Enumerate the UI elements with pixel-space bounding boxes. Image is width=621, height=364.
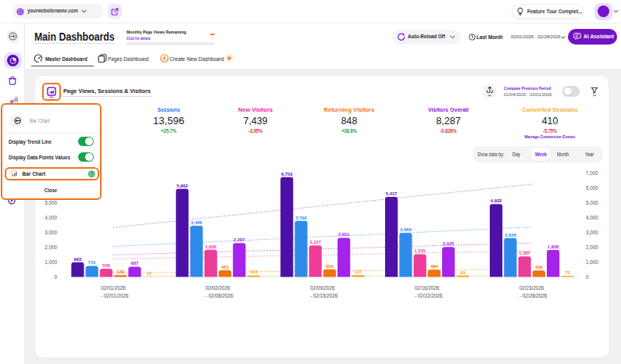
svg-text:494: 494 (430, 264, 438, 269)
svg-text:02/02/2026: 02/02/2026 (205, 285, 230, 291)
svg-text:4,000: 4,000 (45, 215, 57, 220)
svg-text:- 02/08/2026: - 02/08/2026 (205, 293, 234, 298)
svg-text:75: 75 (565, 270, 570, 275)
svg-text:2,287: 2,287 (234, 237, 245, 242)
svg-text:6,000: 6,000 (586, 185, 598, 191)
svg-text:103: 103 (250, 269, 258, 274)
svg-text:0: 0 (54, 274, 57, 280)
svg-text:- 02/22/2026: - 02/22/2026 (415, 293, 443, 298)
svg-text:2,651: 2,651 (338, 232, 350, 237)
svg-text:2,000: 2,000 (45, 244, 57, 250)
svg-text:0: 0 (586, 274, 589, 280)
svg-text:- 02/28/2026: - 02/28/2026 (519, 293, 548, 298)
svg-text:129: 129 (116, 269, 124, 274)
svg-text:02/16/2026: 02/16/2026 (415, 285, 440, 291)
svg-text:3,000: 3,000 (586, 230, 598, 235)
svg-text:- 02/15/2026: - 02/15/2026 (310, 293, 338, 298)
svg-text:5,000: 5,000 (45, 200, 57, 205)
svg-text:- 02/01/2026: - 02/01/2026 (101, 293, 129, 298)
svg-text:1,000: 1,000 (45, 259, 57, 265)
svg-text:6,753: 6,753 (281, 172, 293, 177)
svg-text:12: 12 (146, 271, 151, 276)
svg-text:5,962: 5,962 (177, 184, 188, 188)
svg-text:2,000: 2,000 (586, 244, 598, 250)
svg-text:93: 93 (460, 270, 466, 275)
svg-text:7,000: 7,000 (586, 170, 598, 176)
svg-text:524: 524 (326, 264, 334, 269)
svg-text:3,466: 3,466 (191, 220, 202, 225)
svg-text:5,000: 5,000 (586, 200, 598, 205)
svg-text:2,628: 2,628 (505, 233, 516, 237)
svg-text:558: 558 (102, 263, 110, 268)
svg-text:4,922: 4,922 (491, 198, 502, 203)
svg-text:1,531: 1,531 (414, 248, 426, 253)
svg-text:02/23/2026: 02/23/2026 (519, 285, 544, 291)
svg-text:687: 687 (131, 261, 139, 266)
svg-text:02/09/2026: 02/09/2026 (310, 285, 335, 291)
svg-text:1,387: 1,387 (519, 251, 530, 255)
svg-text:1,836: 1,836 (205, 244, 217, 249)
svg-text:5,417: 5,417 (386, 191, 398, 196)
svg-text:993: 993 (74, 257, 82, 262)
svg-text:127: 127 (355, 269, 362, 274)
svg-text:451: 451 (221, 265, 229, 269)
svg-text:4,000: 4,000 (586, 215, 598, 220)
svg-text:1,826: 1,826 (548, 244, 559, 249)
svg-text:02/01/2026: 02/01/2026 (101, 285, 126, 291)
svg-text:2,127: 2,127 (309, 240, 321, 244)
svg-text:2,969: 2,969 (400, 227, 412, 232)
svg-text:3,792: 3,792 (295, 216, 307, 220)
svg-text:3,000: 3,000 (45, 230, 57, 235)
svg-text:2,025: 2,025 (443, 241, 455, 246)
svg-text:741: 741 (88, 260, 96, 265)
svg-text:439: 439 (535, 265, 543, 269)
svg-text:1,000: 1,000 (586, 259, 598, 265)
